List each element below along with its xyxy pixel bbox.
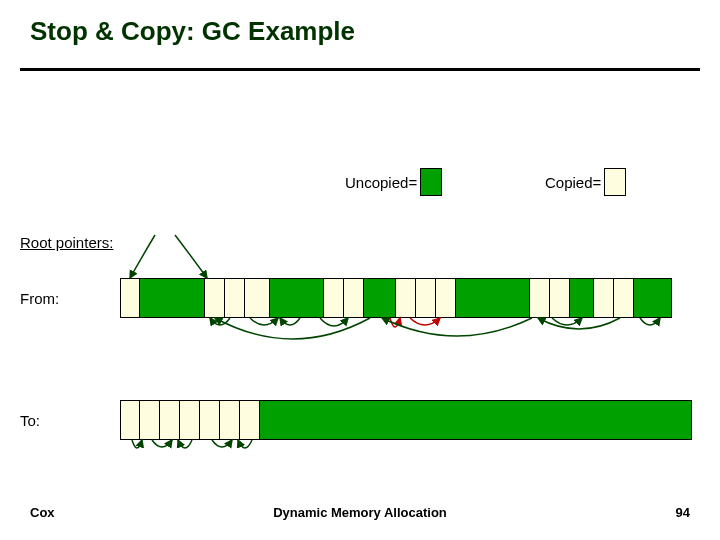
title-underline <box>20 68 700 71</box>
legend-copied-label: Copied= <box>545 174 601 191</box>
legend-copied: Copied= <box>545 168 626 196</box>
legend-uncopied: Uncopied= <box>345 168 442 196</box>
heap-cell <box>240 400 260 440</box>
page-title: Stop & Copy: GC Example <box>30 16 355 47</box>
legend-copied-swatch <box>604 168 626 196</box>
heap-cell <box>260 400 692 440</box>
heap-cell <box>634 278 672 318</box>
heap-cell <box>270 278 324 318</box>
heap-cell <box>530 278 550 318</box>
heap-cell <box>245 278 270 318</box>
heap-cell <box>225 278 245 318</box>
heap-cell <box>364 278 396 318</box>
to-heap <box>120 400 692 440</box>
legend-uncopied-swatch <box>420 168 442 196</box>
root-pointers-label: Root pointers: <box>20 234 113 251</box>
heap-cell <box>205 278 225 318</box>
heap-cell <box>396 278 416 318</box>
heap-cell <box>594 278 614 318</box>
heap-cell <box>456 278 530 318</box>
heap-cell <box>614 278 634 318</box>
heap-cell <box>160 400 180 440</box>
heap-cell <box>344 278 364 318</box>
heap-cell <box>200 400 220 440</box>
legend-uncopied-label: Uncopied= <box>345 174 417 191</box>
footer-page-number: 94 <box>676 505 690 520</box>
from-label: From: <box>20 290 59 307</box>
heap-cell <box>550 278 570 318</box>
heap-cell <box>140 278 205 318</box>
from-heap <box>120 278 692 318</box>
heap-cell <box>436 278 456 318</box>
heap-cell <box>140 400 160 440</box>
heap-cell <box>570 278 594 318</box>
to-label: To: <box>20 412 40 429</box>
heap-cell <box>220 400 240 440</box>
arrow-overlay <box>0 0 720 540</box>
heap-cell <box>324 278 344 318</box>
footer-title: Dynamic Memory Allocation <box>0 505 720 520</box>
heap-cell <box>416 278 436 318</box>
heap-cell <box>180 400 200 440</box>
heap-cell <box>120 400 140 440</box>
heap-cell <box>120 278 140 318</box>
